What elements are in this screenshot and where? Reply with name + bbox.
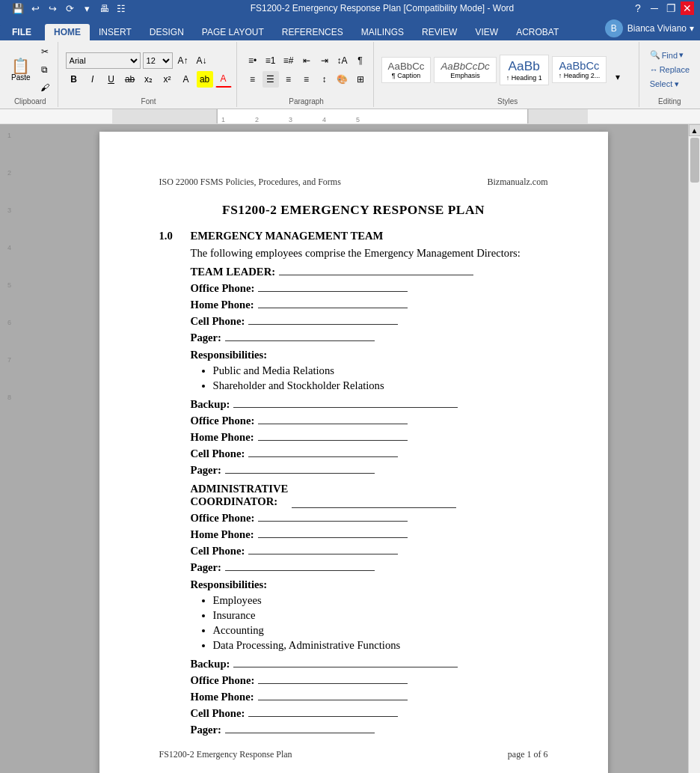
pager-line-1[interactable]: [225, 340, 375, 341]
responsibilities-label-2: Responsibilities:: [191, 578, 548, 591]
backup-line-1[interactable]: [233, 407, 458, 408]
superscript-button[interactable]: x²: [159, 71, 176, 88]
italic-button[interactable]: I: [85, 71, 101, 88]
admin-home-line[interactable]: [258, 537, 408, 538]
tab-home[interactable]: HOME: [45, 24, 90, 40]
backup2-home-line[interactable]: [258, 700, 408, 700]
backup2-office-line[interactable]: [258, 683, 408, 684]
select-button[interactable]: Select ▾: [647, 78, 693, 91]
backup-home-line-1[interactable]: [258, 440, 408, 441]
align-left-button[interactable]: ≡: [245, 71, 261, 88]
office-phone-line-1[interactable]: [258, 291, 408, 292]
copy-button[interactable]: ⧉: [37, 61, 53, 78]
styles-label: Styles: [381, 97, 634, 106]
strikethrough-button[interactable]: ab: [122, 71, 138, 88]
increase-font-button[interactable]: A↑: [175, 52, 191, 69]
help-button[interactable]: ?: [631, 1, 645, 15]
scroll-up-button[interactable]: ▲: [689, 124, 701, 136]
team-leader-line[interactable]: [279, 275, 473, 275]
save-button[interactable]: 💾: [10, 1, 25, 16]
tab-view[interactable]: VIEW: [466, 24, 507, 40]
shading-button[interactable]: 🎨: [334, 71, 351, 88]
vertical-scrollbar: ▲ ▼: [688, 124, 700, 773]
redo-button[interactable]: ↪: [45, 1, 60, 16]
font-size-select[interactable]: 12: [143, 52, 173, 69]
cut-button[interactable]: ✂: [37, 43, 53, 60]
para-controls: ≡• ≡1 ≡# ⇤ ⇥ ↕A ¶ ≡ ☰ ≡ ≡ ↕ 🎨 ⊞: [245, 52, 369, 88]
format-painter-button[interactable]: 🖌: [37, 79, 53, 96]
admin-resp-item-1: Employees: [213, 594, 548, 607]
paste-button[interactable]: 📋 Paste: [7, 56, 34, 84]
backup2-cell-line[interactable]: [248, 716, 398, 717]
cell-phone-line-1[interactable]: [248, 324, 398, 325]
more-tools-button[interactable]: ▾: [79, 1, 94, 16]
multilevel-list-button[interactable]: ≡#: [280, 52, 297, 69]
refresh-button[interactable]: ⟳: [62, 1, 77, 16]
bold-button[interactable]: B: [66, 71, 82, 88]
file-tab[interactable]: FILE: [0, 24, 43, 40]
subscript-button[interactable]: x₂: [141, 71, 157, 88]
home-phone-label-1: Home Phone:: [191, 299, 254, 311]
admin-pager-line[interactable]: [225, 570, 375, 571]
numbering-button[interactable]: ≡1: [262, 52, 279, 69]
tab-acrobat[interactable]: ACROBAT: [507, 24, 568, 40]
admin-cell-line[interactable]: [248, 554, 398, 554]
font-color-button[interactable]: A: [215, 71, 232, 88]
backup-office-row-1: Office Phone:: [191, 415, 548, 427]
backup-office-line-1[interactable]: [258, 424, 408, 424]
clipboard-group: 📋 Paste ✂ ⧉ 🖌 Clipboard: [3, 42, 58, 107]
line-spacing-button[interactable]: ↕: [316, 71, 333, 88]
border-button[interactable]: ⊞: [352, 71, 369, 88]
underline-button[interactable]: U: [103, 71, 120, 88]
sort-button[interactable]: ↕A: [334, 52, 351, 69]
close-button[interactable]: ✕: [681, 1, 694, 15]
backup-pager-line-1[interactable]: [225, 473, 375, 474]
style-heading2[interactable]: AaBbCc ↑ Heading 2...: [552, 56, 607, 83]
scroll-thumb[interactable]: [690, 138, 699, 183]
align-center-button[interactable]: ☰: [262, 71, 279, 88]
home-phone-row-1: Home Phone:: [191, 299, 548, 311]
tab-review[interactable]: REVIEW: [413, 24, 466, 40]
admin-resp-item-2: Insurance: [213, 609, 548, 622]
decrease-indent-button[interactable]: ⇤: [298, 52, 315, 69]
replace-button[interactable]: ↔ Replace: [647, 64, 693, 76]
restore-button[interactable]: ❐: [664, 1, 678, 15]
page-footer: FS1200-2 Emergency Response Plan page 1 …: [159, 749, 548, 760]
justify-button[interactable]: ≡: [298, 71, 315, 88]
show-hide-button[interactable]: ¶: [352, 52, 369, 69]
admin-office-line[interactable]: [258, 521, 408, 522]
tab-references[interactable]: REFERENCES: [273, 24, 352, 40]
font-name-select[interactable]: Arial: [66, 52, 141, 69]
bullets-button[interactable]: ≡•: [245, 52, 261, 69]
align-right-button[interactable]: ≡: [280, 71, 297, 88]
style-heading1[interactable]: AaBb ↑ Heading 1: [500, 55, 549, 85]
style-caption[interactable]: AaBbCc ¶ Caption: [381, 57, 432, 83]
admin-home-row: Home Phone:: [191, 528, 548, 541]
user-name: Bianca Viviano: [627, 23, 687, 34]
find-button[interactable]: 🔍 Find ▾: [647, 49, 693, 61]
styles-more-button[interactable]: ▾: [610, 69, 626, 85]
tab-design[interactable]: DESIGN: [141, 24, 193, 40]
tab-mailings[interactable]: MAILINGS: [352, 24, 413, 40]
minimize-button[interactable]: ─: [648, 1, 661, 15]
undo-button[interactable]: ↩: [28, 1, 43, 16]
backup-cell-line-1[interactable]: [248, 456, 398, 457]
header-left: ISO 22000 FSMS Policies, Procedures, and…: [159, 177, 341, 188]
highlight-button[interactable]: ab: [197, 71, 213, 88]
backup-line-2[interactable]: [233, 667, 458, 667]
options-button[interactable]: ☷: [114, 1, 129, 16]
tab-insert[interactable]: INSERT: [90, 24, 141, 40]
tab-page-layout[interactable]: PAGE LAYOUT: [193, 24, 273, 40]
document-page[interactable]: ISO 22000 FSMS Policies, Procedures, and…: [99, 132, 608, 773]
avatar[interactable]: B: [605, 19, 623, 37]
admin-coordinator-line[interactable]: [292, 507, 456, 508]
print-button[interactable]: 🖶: [96, 1, 111, 16]
increase-indent-button[interactable]: ⇥: [316, 52, 333, 69]
style-emphasis[interactable]: AaBbCcDc Emphasis: [434, 57, 496, 83]
user-chevron-icon[interactable]: ▾: [690, 23, 694, 34]
decrease-font-button[interactable]: A↓: [194, 52, 210, 69]
style-emphasis-label: Emphasis: [450, 72, 480, 79]
text-effects-button[interactable]: A: [178, 71, 194, 88]
backup2-pager-line[interactable]: [225, 733, 375, 733]
home-phone-line-1[interactable]: [258, 308, 408, 308]
